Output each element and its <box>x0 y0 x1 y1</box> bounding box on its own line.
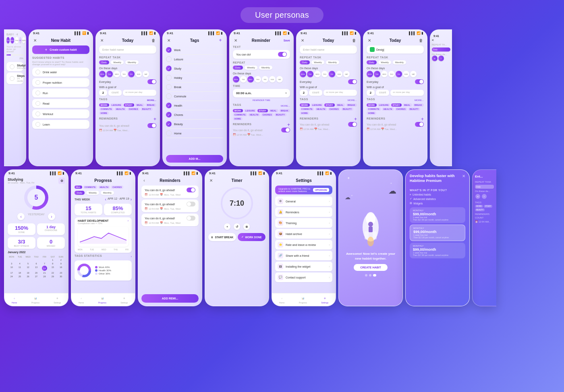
rem-2-toggle[interactable] <box>187 202 195 206</box>
partial-mon[interactable]: M <box>432 56 438 61</box>
habit-studying[interactable]: Studying 5/10 counts <box>6 62 23 71</box>
price-3[interactable]: MONTHLY $99,00/month 1 week free trialTh… <box>410 243 465 258</box>
settings-widget[interactable]: 🖼 Installing the widget › <box>275 262 332 271</box>
save-btn[interactable]: Save <box>284 39 290 42</box>
habit-workout[interactable]: Workout <box>32 109 89 118</box>
rem-tag-break[interactable]: BREAK <box>279 109 290 112</box>
habit-dev-arrow[interactable]: › <box>128 219 129 222</box>
rem-tag-health[interactable]: HEALTH <box>248 113 260 116</box>
work-done-btn[interactable]: ✓ WORK DONE <box>238 233 265 241</box>
tag-health-item[interactable]: ✓Health <box>166 101 223 110</box>
rem-more-btn[interactable]: MORE... <box>281 105 290 107</box>
dp-mon[interactable]: MON <box>99 71 106 77</box>
close-prem-icon[interactable]: ✕ <box>462 174 465 178</box>
t2-study[interactable]: STUDY <box>324 103 335 107</box>
rem-sun[interactable]: SUN <box>269 76 276 83</box>
goal-3-num[interactable]: 2 <box>367 90 375 96</box>
cal-day-33[interactable]: 29 <box>49 275 56 278</box>
dp2-fri[interactable]: FRI <box>329 71 335 77</box>
dp-thu[interactable]: THU <box>121 71 127 77</box>
seg-daily[interactable]: Daily <box>99 60 109 64</box>
add-reminder-bottom-btn[interactable]: ADD M... <box>166 155 223 163</box>
cal-day-31[interactable]: 27 <box>32 275 40 278</box>
t3-beauty[interactable]: BEAUTY <box>408 107 420 111</box>
day-tue[interactable]: TUE <box>6 37 10 43</box>
color-dot[interactable] <box>370 47 375 52</box>
tags-stats-arrow[interactable]: › <box>131 255 132 258</box>
t3-leisure[interactable]: LEISURE <box>377 103 390 107</box>
dp2-thu[interactable]: THU <box>321 71 328 77</box>
cal-day-7[interactable]: 3 <box>8 262 15 265</box>
goal-unit[interactable]: count <box>108 90 122 96</box>
tag-chores-item[interactable]: ✓Chores <box>166 110 223 120</box>
create-custom-habit-btn[interactable]: + Create custom habit <box>32 45 89 54</box>
nav-progress-s[interactable]: 📊 Progress <box>299 295 307 304</box>
design-text[interactable]: Desig| <box>376 48 384 51</box>
rem-tag-study[interactable]: STUDY <box>257 109 268 112</box>
rem-tue[interactable]: TUE <box>240 76 247 83</box>
dp3-fri[interactable]: FRI <box>396 71 402 77</box>
cal-day-16[interactable]: 12 <box>24 266 32 271</box>
close-2-icon[interactable]: ✕ <box>99 37 105 43</box>
prem-tag-work[interactable]: WORK <box>475 205 483 208</box>
timer-stop-btn[interactable]: ⊗ <box>243 223 250 230</box>
rem-1-toggle[interactable] <box>187 188 195 192</box>
cal-day-13[interactable]: 9 <box>57 262 65 265</box>
start-break-btn[interactable]: ⏸ START BREAK <box>208 233 236 241</box>
t3-study[interactable]: STUDY <box>391 103 402 107</box>
close-4-icon[interactable]: ✕ <box>233 37 238 43</box>
cal-day-28[interactable]: 24 <box>8 275 15 278</box>
habit-name-input[interactable]: Enter habit name <box>99 45 156 54</box>
timer-add-btn[interactable]: + <box>224 223 230 230</box>
rem-tag-leisure[interactable]: LEISURE <box>244 109 257 112</box>
cal-day-15[interactable]: 11 <box>16 266 23 271</box>
cal-day-5[interactable]: 1 <box>49 258 56 262</box>
rem-tag-commute[interactable]: COMMUTE <box>233 113 247 116</box>
rem-seg-weekly[interactable]: Weekly <box>245 66 257 70</box>
rem-sat[interactable]: SAT <box>276 76 283 83</box>
prem-partial-daily[interactable]: Daily <box>475 185 494 189</box>
goal-number[interactable]: 2 <box>99 90 107 96</box>
dp2-sun[interactable]: SUN <box>336 71 342 77</box>
partial-tue[interactable]: T <box>438 56 444 61</box>
trash-3-icon[interactable]: 🗑 <box>418 37 424 43</box>
cal-day-27[interactable]: 23 <box>57 271 65 274</box>
prog-weekly[interactable]: Weekly <box>86 191 99 195</box>
settings-support[interactable]: 💬 Contact support › <box>275 272 332 282</box>
reminder-text-input[interactable]: You can do! <box>236 53 278 56</box>
habit-run[interactable]: Run <box>32 89 89 97</box>
trash-2-icon[interactable]: 🗑 <box>351 37 357 43</box>
dp-tue[interactable]: TUE <box>106 71 113 77</box>
prev-btn[interactable]: ‹ <box>17 213 25 220</box>
nav-home-p[interactable]: ⌂ Home <box>79 295 84 304</box>
cal-day-12[interactable]: 8 <box>49 262 56 265</box>
settings-general[interactable]: ⚙ General › <box>275 196 332 206</box>
settings-reminders[interactable]: 🔔 Reminders › <box>275 207 332 217</box>
ev-3-toggle[interactable] <box>415 79 424 84</box>
back-r-icon[interactable]: ‹ <box>141 177 147 183</box>
tag-beauty-item[interactable]: ✓Beauty <box>166 120 223 129</box>
goal-unit-2[interactable]: count <box>309 90 322 96</box>
more-2[interactable]: MORE... <box>348 99 357 101</box>
reminder-toggle-1[interactable] <box>147 123 156 128</box>
time-picker[interactable]: 00:00 a.m. ▾ <box>233 89 290 97</box>
t2-home[interactable]: HOME <box>300 111 309 115</box>
rem-tag-beauty[interactable]: BEAUTY <box>274 113 286 116</box>
tag-commute-item[interactable]: Commute <box>166 92 223 101</box>
dp-sat[interactable]: SAT <box>143 71 149 77</box>
settings-share[interactable]: 🔗 Share with a friend › <box>275 251 332 260</box>
seg-monthly-3[interactable]: Monthly <box>393 60 406 64</box>
cal-day-29[interactable]: 25 <box>16 275 23 278</box>
cal-day-23[interactable]: 19 <box>24 271 32 274</box>
cal-day-14[interactable]: 10 <box>8 266 15 271</box>
prem-mon[interactable]: M <box>475 194 480 199</box>
tag-home-item[interactable]: Home <box>166 129 223 138</box>
cal-day-10[interactable]: 6 <box>32 262 40 265</box>
habit-learn[interactable]: Learn <box>32 120 89 129</box>
t2-commute[interactable]: COMMUTE <box>300 107 314 111</box>
next-btn[interactable]: › <box>48 213 55 220</box>
nav-progress-p[interactable]: 📊 Progress <box>98 295 106 304</box>
tag-work-item[interactable]: ✓Work <box>166 45 223 55</box>
partial-daily[interactable]: Daily <box>432 47 450 52</box>
cal-day-6[interactable]: 2 <box>57 258 65 262</box>
